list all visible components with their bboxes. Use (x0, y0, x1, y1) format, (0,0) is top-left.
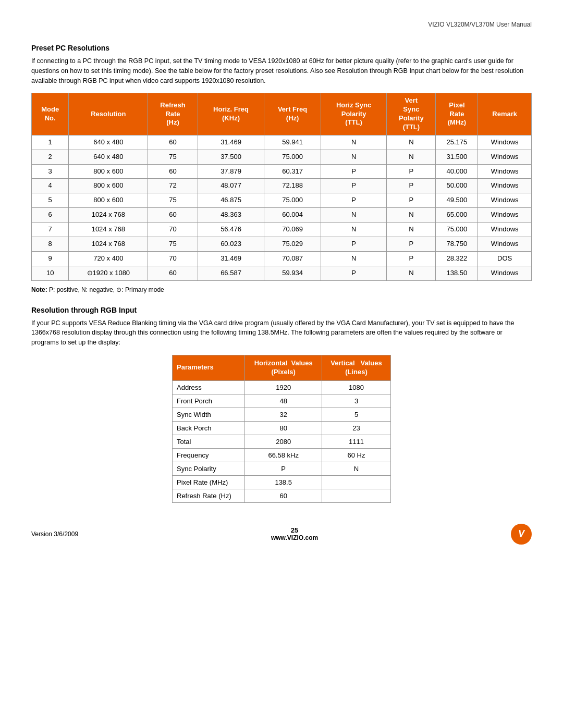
table-cell: 720 x 400 (69, 251, 148, 266)
rgb-cell: 60 (245, 489, 322, 502)
note-content: P: positive, N: negative, ⊙: Primary mod… (49, 286, 164, 293)
col-header-horiz-sync: Horiz SyncPolarity(TTL) (321, 93, 386, 135)
table-cell: Windows (478, 135, 532, 150)
list-item: Refresh Rate (Hz)60 (173, 489, 391, 502)
rgb-cell: 66.58 kHz (245, 448, 322, 462)
col-header-vert-freq: Vert Freq(Hz) (264, 93, 321, 135)
table-cell: 60 (148, 164, 198, 179)
table-cell: 60.004 (264, 208, 321, 223)
preset-intro: If connecting to a PC through the RGB PC… (31, 56, 532, 85)
table-cell: 1024 x 768 (69, 237, 148, 252)
col-header-horiz-freq: Horiz. Freq(KHz) (198, 93, 264, 135)
col-header-vert-sync: VertSyncPolarity(TTL) (387, 93, 436, 135)
table-cell: 6 (32, 208, 69, 223)
table-cell: 70 (148, 223, 198, 237)
list-item: Sync Width325 (173, 408, 391, 421)
table-cell: N (387, 150, 436, 164)
table-cell: P (387, 193, 436, 208)
rgb-cell: 32 (245, 408, 322, 421)
table-row: 4800 x 6007248.07772.188PP50.000Windows (32, 179, 532, 193)
manual-title: VIZIO VL320M/VL370M User Manual (428, 21, 532, 28)
table-cell: 72.188 (264, 179, 321, 193)
logo-letter: V (518, 528, 524, 539)
rgb-cell: 80 (245, 421, 322, 435)
list-item: Front Porch483 (173, 394, 391, 408)
table-cell: 28.322 (436, 251, 478, 266)
rgb-intro: If your PC supports VESA Reduce Blanking… (31, 318, 532, 348)
table-cell: 48.363 (198, 208, 264, 223)
table-cell: 75 (148, 237, 198, 252)
table-cell: 75.000 (436, 223, 478, 237)
table-cell: 31.500 (436, 150, 478, 164)
footer-center: 25 www.VIZIO.com (271, 526, 318, 541)
table-cell: 60.023 (198, 237, 264, 252)
table-cell: ⊙1920 x 1080 (69, 266, 148, 280)
rgb-col-params: Parameters (173, 355, 245, 380)
table-cell: N (387, 208, 436, 223)
table-cell: DOS (478, 251, 532, 266)
table-cell: 60.317 (264, 164, 321, 179)
col-header-pixel-rate: PixelRate(MHz) (436, 93, 478, 135)
table-cell: 2 (32, 150, 69, 164)
table-note: Note: P: positive, N: negative, ⊙: Prima… (31, 286, 532, 293)
table-cell: 800 x 600 (69, 164, 148, 179)
table-cell: P (321, 179, 386, 193)
rgb-col-horiz: Horizontal Values(Pixels) (245, 355, 322, 380)
rgb-cell: Pixel Rate (MHz) (173, 475, 245, 489)
table-cell: 49.500 (436, 193, 478, 208)
table-cell: 138.50 (436, 266, 478, 280)
table-row: 81024 x 7687560.02375.029PP78.750Windows (32, 237, 532, 252)
rgb-section: Resolution through RGB Input If your PC … (31, 306, 532, 503)
list-item: Sync PolarityPN (173, 462, 391, 475)
rgb-cell: 3 (322, 394, 391, 408)
table-row: 1640 x 4806031.46959.941NN25.175Windows (32, 135, 532, 150)
table-cell: 56.476 (198, 223, 264, 237)
rgb-col-vert: Vertical Values(Lines) (322, 355, 391, 380)
version-text: Version 3/6/2009 (31, 530, 78, 538)
table-cell: N (387, 135, 436, 150)
col-header-remark: Remark (478, 93, 532, 135)
table-cell: N (321, 135, 386, 150)
list-item: Address19201080 (173, 380, 391, 394)
table-cell: 40.000 (436, 164, 478, 179)
table-row: 3800 x 6006037.87960.317PP40.000Windows (32, 164, 532, 179)
table-cell: P (387, 164, 436, 179)
table-cell: 800 x 600 (69, 179, 148, 193)
table-cell: Windows (478, 179, 532, 193)
rgb-cell (322, 489, 391, 502)
table-cell: Windows (478, 208, 532, 223)
table-cell: 31.469 (198, 251, 264, 266)
table-cell: 50.000 (436, 179, 478, 193)
rgb-cell: 1111 (322, 435, 391, 448)
col-header-mode: ModeNo. (32, 93, 69, 135)
page-number: 25 (271, 526, 318, 534)
rgb-cell: 138.5 (245, 475, 322, 489)
table-cell: 25.175 (436, 135, 478, 150)
table-cell: 75.000 (264, 150, 321, 164)
table-cell: 48.077 (198, 179, 264, 193)
table-cell: 800 x 600 (69, 193, 148, 208)
table-cell: 46.875 (198, 193, 264, 208)
list-item: Back Porch8023 (173, 421, 391, 435)
table-cell: 75 (148, 150, 198, 164)
table-cell: 75.000 (264, 193, 321, 208)
rgb-cell: P (245, 462, 322, 475)
rgb-cell: Address (173, 380, 245, 394)
table-row: 9720 x 4007031.46970.087NP28.322DOS (32, 251, 532, 266)
website-url: www.VIZIO.com (271, 534, 318, 541)
rgb-table-wrapper: Parameters Horizontal Values(Pixels) Ver… (172, 355, 391, 503)
table-cell: N (321, 251, 386, 266)
table-cell: 9 (32, 251, 69, 266)
table-cell: P (387, 251, 436, 266)
table-cell: 78.750 (436, 237, 478, 252)
note-label: Note: (31, 286, 47, 293)
rgb-cell: Frequency (173, 448, 245, 462)
list-item: Frequency66.58 kHz60 Hz (173, 448, 391, 462)
table-cell: 1024 x 768 (69, 208, 148, 223)
preset-title: Preset PC Resolutions (31, 44, 532, 52)
table-cell: Windows (478, 193, 532, 208)
table-cell: 65.000 (436, 208, 478, 223)
table-cell: N (321, 223, 386, 237)
rgb-cell: Back Porch (173, 421, 245, 435)
table-row: 61024 x 7686048.36360.004NN65.000Windows (32, 208, 532, 223)
